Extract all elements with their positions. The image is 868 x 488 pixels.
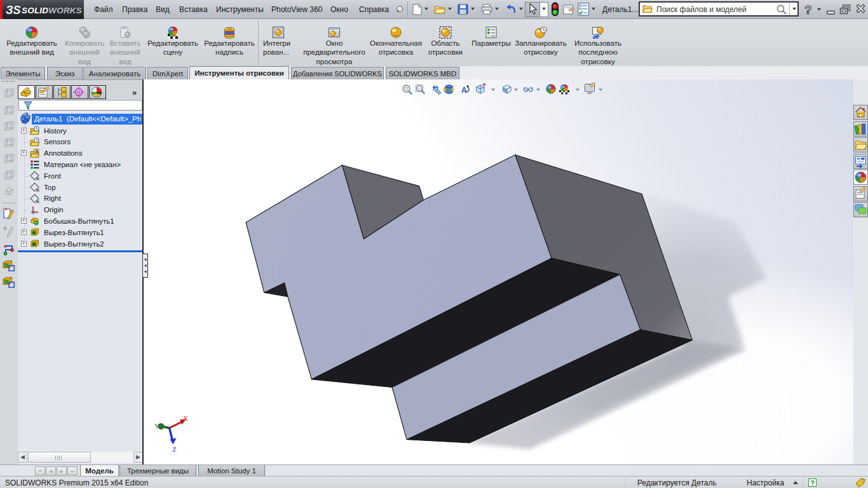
svg-text:SOLIDWORKS: SOLIDWORKS xyxy=(22,6,82,15)
svg-text:Z: Z xyxy=(172,445,177,453)
svg-text:?: ? xyxy=(804,3,812,17)
svg-text:A: A xyxy=(35,149,39,154)
svg-text:ЗS: ЗS xyxy=(6,4,21,17)
svg-text:Y: Y xyxy=(154,422,159,430)
svg-text:X: X xyxy=(183,414,188,422)
svg-text:A: A xyxy=(461,86,467,95)
